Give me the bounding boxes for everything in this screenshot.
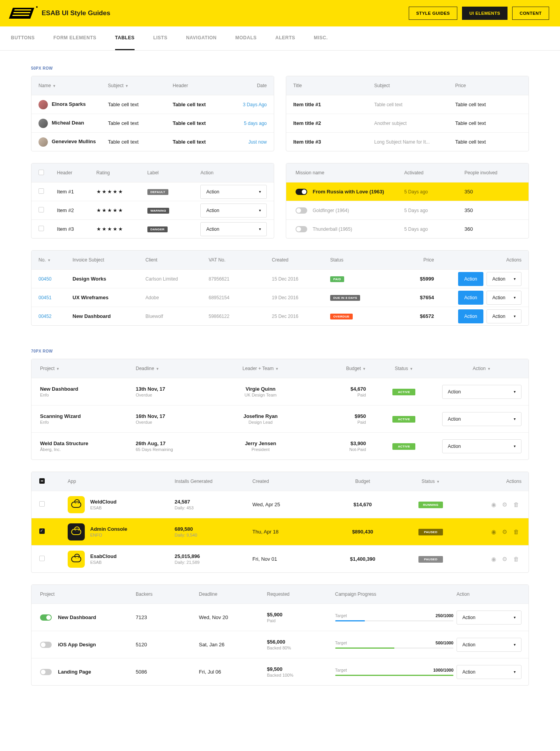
status-badge: ACTIVE: [392, 389, 415, 395]
tab-tables[interactable]: TABLES: [115, 26, 135, 50]
status-badge: PAUSED: [418, 556, 443, 563]
sort-icon[interactable]: ▼: [487, 367, 491, 371]
col-leader[interactable]: Leader + Team: [242, 366, 273, 371]
action-button[interactable]: Action: [458, 309, 483, 323]
sort-icon[interactable]: ▼: [156, 367, 159, 371]
tab-buttons[interactable]: BUTTONS: [11, 26, 35, 50]
col-status[interactable]: Status: [422, 479, 435, 484]
col-name[interactable]: Name: [38, 83, 51, 88]
table-row[interactable]: Item title #2 Another subject Table cell…: [286, 114, 528, 132]
content-button[interactable]: CONTENT: [512, 7, 549, 20]
col-created: Created: [252, 479, 269, 484]
tab-navigation[interactable]: NAVIGATION: [186, 26, 217, 50]
action-select[interactable]: Action▾: [200, 222, 267, 236]
sort-icon[interactable]: ▼: [275, 367, 279, 371]
eye-icon[interactable]: ◉: [489, 501, 499, 508]
people-cell: 350: [463, 207, 523, 213]
gear-icon[interactable]: ⚙: [500, 556, 509, 562]
action-select[interactable]: Action▾: [457, 611, 522, 625]
table-row[interactable]: Elnora Sparks Table cell text Table cell…: [32, 95, 274, 114]
action-select[interactable]: Action▾: [486, 309, 522, 323]
tab-misc[interactable]: MISC.: [314, 26, 328, 50]
progress-bar: [335, 647, 454, 649]
gear-icon[interactable]: ⚙: [500, 501, 509, 508]
trash-icon[interactable]: 🗑: [511, 501, 522, 508]
toggle[interactable]: [40, 614, 52, 621]
table-row[interactable]: Micheal Dean Table cell text Table cell …: [32, 114, 274, 132]
action-select[interactable]: Action▾: [486, 272, 522, 286]
action-select[interactable]: Action▾: [442, 385, 522, 399]
invoice-no[interactable]: 00452: [37, 314, 71, 319]
checkbox[interactable]: [38, 207, 44, 212]
table-campaigns: Project Backers Deadline Requested Campa…: [31, 584, 529, 686]
toggle[interactable]: [296, 207, 307, 214]
gear-icon[interactable]: ⚙: [500, 528, 509, 535]
checkbox-all[interactable]: [38, 170, 44, 175]
sort-icon[interactable]: ▼: [56, 367, 60, 371]
cloud-icon: [71, 529, 81, 535]
trash-icon[interactable]: 🗑: [511, 528, 522, 535]
price-cell: Table cell text: [454, 102, 523, 107]
leader-name: Josefine Ryan: [209, 413, 313, 419]
checkbox-all[interactable]: [39, 478, 45, 484]
table-row[interactable]: Item title #1 Table cell text Table cell…: [286, 95, 528, 114]
col-action[interactable]: Action: [473, 366, 486, 371]
progress-label: Target: [335, 668, 347, 672]
eye-icon[interactable]: ◉: [489, 556, 499, 562]
style-guides-button[interactable]: STYLE GUIDES: [409, 7, 457, 20]
col-no[interactable]: No.: [38, 257, 46, 263]
table-row: From Russia with Love (1963) 5 Days ago …: [286, 182, 528, 201]
invoice-no[interactable]: 00450: [37, 276, 71, 282]
sort-icon[interactable]: ▼: [125, 84, 129, 88]
eye-icon[interactable]: ◉: [489, 528, 499, 535]
action-select[interactable]: Action▾: [442, 439, 522, 453]
col-budget[interactable]: Budget: [346, 366, 361, 371]
col-subject[interactable]: Subject: [108, 83, 124, 88]
action-select[interactable]: Action▾: [200, 185, 267, 199]
action-button[interactable]: Action: [458, 291, 483, 305]
tab-alerts[interactable]: ALERTS: [275, 26, 295, 50]
action-button[interactable]: Action: [458, 272, 483, 286]
action-select[interactable]: Action▾: [457, 665, 522, 679]
sort-icon[interactable]: ▼: [52, 84, 56, 88]
header-cell: Table cell text: [171, 139, 222, 145]
checkbox[interactable]: [38, 226, 44, 231]
col-backers: Backers: [136, 591, 152, 597]
activated-cell: 5 Days ago: [403, 189, 463, 195]
col-budget: Budget: [355, 479, 370, 484]
action-select[interactable]: Action▾: [457, 638, 522, 652]
sort-icon[interactable]: ▼: [47, 258, 51, 262]
sort-icon[interactable]: ▼: [362, 367, 366, 371]
header-cell: Table cell text: [171, 120, 222, 126]
invoice-no[interactable]: 00451: [37, 295, 71, 300]
checkbox[interactable]: [39, 528, 45, 534]
toggle[interactable]: [296, 226, 307, 232]
title-cell: Item title #3: [292, 139, 373, 145]
toggle[interactable]: [40, 642, 52, 648]
toggle[interactable]: [40, 669, 52, 675]
sort-icon[interactable]: ▼: [410, 367, 413, 371]
action-select[interactable]: Action▾: [200, 204, 267, 218]
tab-modals[interactable]: MODALS: [235, 26, 257, 50]
table-row: Item #1 ★★★★★ DEFAULT Action▾: [32, 182, 274, 201]
col-project[interactable]: Project: [40, 366, 54, 371]
col-status[interactable]: Status: [395, 366, 408, 371]
tab-lists[interactable]: LISTS: [153, 26, 168, 50]
table-row[interactable]: Item title #3 Long Subject Name for It..…: [286, 132, 528, 151]
tab-form-elements[interactable]: FORM ELEMENTS: [53, 26, 96, 50]
table-row[interactable]: Genevieve Mullins Table cell text Table …: [32, 132, 274, 151]
action-select[interactable]: Action▾: [486, 291, 522, 305]
col-subject: Invoice Subject: [73, 257, 104, 263]
action-select[interactable]: Action▾: [442, 412, 522, 426]
checkbox[interactable]: [38, 188, 44, 194]
toggle[interactable]: [296, 189, 307, 195]
app-icon: [68, 496, 85, 513]
ui-elements-button[interactable]: UI ELEMENTS: [462, 7, 508, 20]
col-deadline[interactable]: Deadline: [136, 366, 154, 371]
trash-icon[interactable]: 🗑: [511, 556, 522, 562]
cloud-icon: [71, 502, 81, 508]
checkbox[interactable]: [39, 556, 45, 561]
col-price: Price: [455, 83, 466, 88]
checkbox[interactable]: [39, 501, 45, 507]
sort-icon[interactable]: ▼: [436, 480, 440, 484]
